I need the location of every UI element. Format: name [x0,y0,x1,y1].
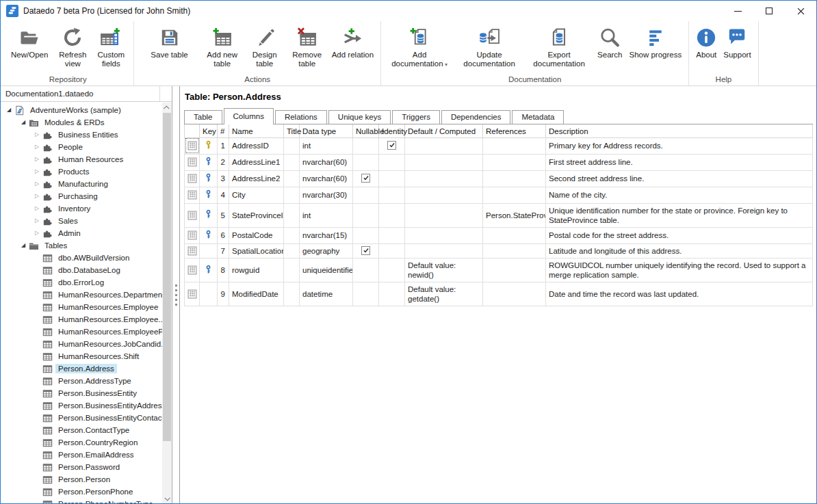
tree-item-label[interactable]: Person.ContactType [55,425,132,435]
datatype-cell[interactable]: int [300,137,353,154]
name-cell[interactable]: AddressID [229,137,284,154]
default-computed-cell[interactable] [405,227,483,243]
tree-item[interactable]: dbo.AWBuildVersion [1,252,162,264]
identity-cell[interactable] [379,282,405,306]
references-cell[interactable] [483,282,546,306]
tree-item[interactable]: Person.Password [1,461,162,473]
title-cell[interactable] [284,137,300,154]
tree-item[interactable]: HumanResources.Employee... [1,313,162,326]
tree-item[interactable]: HumanResources.JobCandid... [1,338,162,350]
references-cell[interactable] [483,154,546,170]
column-header-datatype[interactable]: Data type [300,124,353,137]
row-handle-cell[interactable] [185,243,200,258]
row-handle-cell[interactable] [185,258,200,282]
column-header-key[interactable]: Key [200,124,218,137]
tree-item[interactable]: Products [1,165,162,178]
name-cell[interactable]: rowguid [229,258,284,282]
nullable-cell[interactable] [353,282,379,306]
tree-item[interactable]: Purchasing [1,190,162,202]
identity-cell[interactable] [379,187,405,203]
row-handle-cell[interactable] [185,154,200,170]
datatype-cell[interactable]: geography [300,243,353,258]
tab[interactable]: Metadata [512,110,564,124]
tree-item-label[interactable]: Person.BusinessEntityAddress [55,401,162,410]
default-computed-cell[interactable] [405,137,483,154]
tree-item[interactable]: Admin [1,227,162,239]
tree-item-label[interactable]: Tables [42,241,70,250]
tree-item[interactable]: Person.ContactType [1,424,162,436]
tree-item[interactable]: dbo.DatabaseLog [1,264,162,276]
description-cell[interactable]: Unique identification number for the sta… [546,203,813,227]
tree-item-label[interactable]: dbo.AWBuildVersion [55,253,132,263]
tree-item-label[interactable]: Inventory [55,204,93,213]
name-cell[interactable]: ModifiedDate [229,282,284,306]
tree-item-label[interactable]: HumanResources.Department [55,290,162,300]
tree-item[interactable]: Sales [1,215,162,227]
tab[interactable]: Columns [224,108,274,124]
tree-item[interactable]: HumanResources.Shift [1,350,162,362]
tree-item[interactable]: Modules & ERDs [1,116,162,129]
description-cell[interactable]: Date and time the record was last update… [546,282,813,306]
tree-item[interactable]: Person.PhoneNumberType [1,498,162,503]
references-cell[interactable] [483,227,546,243]
column-header-num[interactable]: # [218,124,229,137]
datatype-cell[interactable]: nvarchar(30) [300,187,353,203]
sidebar-scrollbar[interactable] [162,103,172,503]
tree-item[interactable]: Inventory [1,202,162,215]
nullable-cell[interactable] [353,170,379,187]
toolbar-button[interactable]: Show progress [626,23,686,75]
name-cell[interactable]: AddressLine2 [229,170,284,187]
tree-item-label[interactable]: HumanResources.Employee... [55,315,162,324]
tab[interactable]: Relations [275,110,327,124]
tree-item[interactable]: Person.CountryRegion [1,436,162,449]
tree-item[interactable]: Person.BusinessEntityContact [1,412,162,424]
nullable-cell[interactable] [353,187,379,203]
references-cell[interactable] [483,243,546,258]
tree-expander-icon[interactable] [33,144,41,150]
scroll-down-button[interactable] [162,493,172,503]
tree-item-label[interactable]: Admin [55,228,83,238]
scrollbar-thumb[interactable] [163,113,171,441]
tree-item-label[interactable]: Business Entities [55,130,121,140]
tree-item-label[interactable]: Sales [55,216,81,226]
tree-expander-icon[interactable] [33,156,41,163]
toolbar-button[interactable]: Custom fields [92,23,130,75]
tree-item-label[interactable]: Person.Address [55,364,117,373]
nullable-cell[interactable] [353,258,379,282]
column-header-name[interactable]: Name [229,124,284,137]
default-computed-cell[interactable] [405,203,483,227]
tree-item[interactable]: AdventureWorks (sample) [1,104,162,116]
identity-cell[interactable] [379,154,405,170]
tree-item[interactable]: dbo.ErrorLog [1,276,162,289]
description-cell[interactable]: Name of the city. [546,187,813,203]
toolbar-button[interactable]: About [692,23,720,75]
datatype-cell[interactable]: nvarchar(15) [300,227,353,243]
description-cell[interactable]: ROWGUIDCOL number uniquely identifying t… [546,258,813,282]
tree-item-label[interactable]: HumanResources.Shift [55,352,142,361]
column-header-references[interactable]: References [483,124,546,137]
tree-item-label[interactable]: Person.BusinessEntityContact [55,413,162,423]
toolbar-button[interactable]: Add new table [201,23,244,75]
tree-item-label[interactable]: Person.EmailAddress [55,450,137,460]
nullable-cell[interactable] [353,203,379,227]
minimize-button[interactable] [722,1,753,21]
toolbar-button[interactable]: Support [720,23,754,75]
tree-item-label[interactable]: Person.PhoneNumberType [55,499,156,503]
title-bar[interactable]: Dataedo 7 beta Pro (Licensed for John Sm… [1,1,816,21]
nullable-cell[interactable] [353,154,379,170]
references-cell[interactable]: Person.StateProvince [483,203,546,227]
tree-expander-icon[interactable] [33,193,41,200]
row-handle-cell[interactable] [185,187,200,203]
title-cell[interactable] [284,154,300,170]
column-header-nullable[interactable]: Nullable [353,124,379,137]
documentation-file-header[interactable]: Documentation1.dataedo [1,86,172,102]
datatype-cell[interactable]: uniqueidentifier [300,258,353,282]
identity-cell[interactable] [379,258,405,282]
title-cell[interactable] [284,258,300,282]
toolbar-button[interactable]: Design table [244,23,286,75]
tree-item-label[interactable]: Person.CountryRegion [55,438,140,447]
default-computed-cell[interactable] [405,243,483,258]
default-computed-cell[interactable]: Default value: newid() [405,258,483,282]
title-cell[interactable] [284,227,300,243]
tree-item[interactable]: Tables [1,239,162,252]
